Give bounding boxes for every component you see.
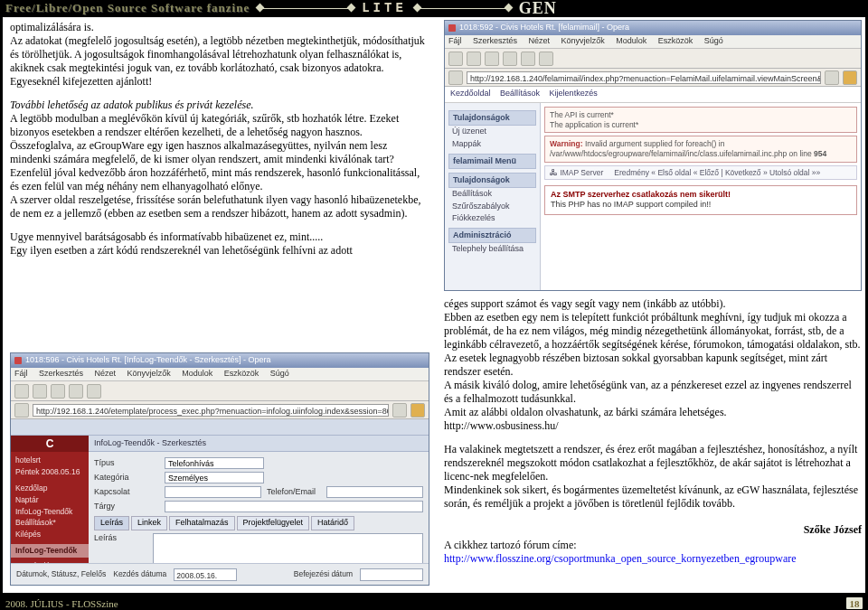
browser-toolbar[interactable] [445,49,861,69]
fanzine-title: Free/Libre/Open Source Software fanzine [5,1,250,15]
url-input[interactable]: http://192.168.1.240/etemplate/process_e… [33,404,389,417]
tab-auth[interactable]: Felhatalmazás [169,516,235,530]
para: céges support számot és vagy segít vagy … [444,297,862,311]
toolbar-button[interactable] [51,384,65,399]
pager-nav[interactable]: Eredmény « Első oldal « Előző | Következ… [614,168,820,177]
sidebar-item[interactable]: Szűrőszabályok [448,201,536,212]
url-input[interactable]: http://192.168.1.240/felamimail/index.ph… [467,71,821,84]
warning-line-num: 954 [814,149,826,158]
sidebar-section[interactable]: Adminisztráció [448,228,536,243]
rule-decor [260,8,351,9]
sidebar-section[interactable]: InfoLog-Teendők [11,544,89,558]
tab-deadline[interactable]: Határidő [311,516,354,530]
toolbar-button[interactable] [69,384,83,399]
start-date-input[interactable]: 2008.05.16. [174,568,237,581]
menu-item[interactable]: Súgó [270,369,289,378]
sidebar-item[interactable]: Telephely beállítása [448,243,536,255]
toolbar-button[interactable] [539,52,553,66]
nav-button[interactable] [448,70,463,85]
sidebar-item[interactable]: Fiókkezelés [448,212,536,224]
para: optimalizálására is. [10,21,429,34]
sidebar-section[interactable]: Tulajdonságok [448,110,536,126]
article-col-right: céges support számot és vagy segít vagy … [444,297,862,566]
opera-icon[interactable] [843,70,857,85]
topnav-link[interactable]: Kijelentkezés [550,89,598,98]
sidebar-item[interactable]: InfoLog-Teendők [15,506,84,518]
api-line: The API is current* [550,110,852,120]
toolbar-button[interactable] [87,384,101,399]
error-title: Az SMTP szerverhez csatlakozás nem siker… [551,190,851,200]
egw-sidebar-red: C hotelsrt Péntek 2008.05.16 Kezdőlap Na… [11,436,89,568]
opera-icon[interactable] [410,403,425,418]
sidebar-item[interactable]: Mappák [448,138,536,150]
menu-item[interactable]: Fájl [14,369,28,378]
author-signature: Szőke József [444,523,862,537]
para: Mindenkinek sok sikert, és bogármentes ü… [444,483,862,511]
field-label: Leírás [94,533,147,543]
dot-icon [14,357,22,364]
address-bar[interactable]: http://192.168.1.240/etemplate/process_e… [11,401,429,419]
go-button[interactable] [392,403,407,418]
api-line: The application is current* [550,120,852,130]
forum-url[interactable]: http://www.flosszine.org/csoportmunka_op… [444,552,862,566]
menu-item[interactable]: Könyvjelzők [561,36,605,45]
toolbar-button[interactable] [33,384,47,399]
tel-email-input[interactable] [326,486,423,498]
menu-item[interactable]: Szerkesztés [473,36,517,45]
toolbar-button[interactable] [503,52,517,66]
warning-text: Invalid argument supplied for foreach() … [550,139,787,158]
toolbar-button[interactable] [448,52,463,66]
egw-topnav[interactable]: Kezdőoldal Beállítások Kijelentkezés [445,87,861,103]
toolbar-button[interactable] [521,52,535,66]
tab-links[interactable]: Linkek [131,516,167,530]
address-bar[interactable]: http://192.168.1.240/felamimail/index.ph… [445,69,861,87]
menu-item[interactable]: Szerkesztés [39,369,83,378]
menu-item[interactable]: Könyvjelzők [127,369,171,378]
field-label: Típus [94,458,159,468]
sidebar-item[interactable]: Kilépés [15,529,84,540]
sidebar-section[interactable]: Tulajdonságok [448,173,536,188]
menu-item[interactable]: Eszközök [224,369,259,378]
para: Ezenfelül jóval kedvezőbb áron hozzáférh… [10,166,429,193]
sidebar-item[interactable]: Kezdőlap [15,483,84,494]
article-col-left: optimalizálására is. Az adatokat (megfel… [10,21,429,258]
toolbar-button[interactable] [14,384,29,399]
window-title: 1018:596 - Civis Hotels Rt. [InfoLog-Tee… [25,355,271,365]
page-number: 18 [846,597,863,609]
error-sub: This PHP has no IMAP support compiled in… [551,200,851,210]
para: A szerver oldal reszelgetése, frissítése… [10,193,429,221]
end-date-input[interactable] [360,568,423,581]
topnav-link[interactable]: Beállítások [500,89,540,98]
menu-item[interactable]: Modulok [182,369,212,378]
menu-item[interactable]: Modulok [616,36,646,45]
egw-sidebar: Tulajdonságok Új üzenet Mappák felamimai… [445,103,541,290]
contact-input[interactable] [165,486,261,498]
menu-item[interactable]: Súgó [704,36,723,45]
browser-menubar[interactable]: Fájl Szerkesztés Nézet Könyvjelzők Modul… [445,35,861,49]
footer-issue: 2008. JÚLIUS - FLOSSzine [5,598,118,609]
nav-button[interactable] [14,403,29,418]
go-button[interactable] [825,70,839,85]
browser-menubar[interactable]: Fájl Szerkesztés Nézet Könyvjelzők Modul… [11,368,429,381]
browser-toolbar[interactable] [11,381,429,401]
toolbar-button[interactable] [467,52,481,66]
menu-item[interactable]: Eszközök [658,36,693,45]
menu-item[interactable]: Fájl [448,36,462,45]
para-italic: További lehetőség az adatok publikus és … [10,99,429,112]
topnav-link[interactable]: Kezdőoldal [450,89,491,98]
tab-project[interactable]: Projektfelügyelet [237,516,310,530]
tab-description[interactable]: Leírás [94,516,129,530]
screenshot-infolog: 1018:596 - Civis Hotels Rt. [InfoLog-Tee… [10,352,429,586]
sidebar-section[interactable]: felamimail Menü [448,154,536,169]
sidebar-item[interactable]: Új üzenet [448,126,536,137]
category-select[interactable]: Személyes [165,472,264,483]
menu-item[interactable]: Nézet [95,369,117,378]
sidebar-item[interactable]: Beállítások [448,188,536,200]
menu-item[interactable]: Nézet [529,36,551,45]
subject-input[interactable] [165,501,423,512]
sidebar-item[interactable]: Naptár [15,494,84,506]
sidebar-item[interactable]: Beállítások* [15,517,84,529]
para: Egy ilyen esetben a zárt kódú rendszerek… [10,244,429,258]
toolbar-button[interactable] [485,52,499,66]
type-select[interactable]: Telefonhívás [165,457,264,469]
